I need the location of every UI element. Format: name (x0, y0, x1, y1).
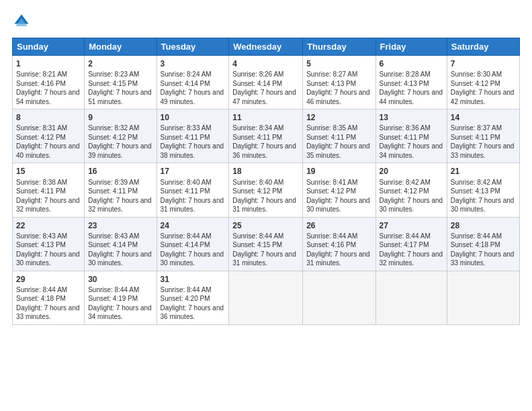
sunset-text: Sunset: 4:11 PM (451, 134, 500, 141)
calendar-day-header: Tuesday (157, 38, 229, 56)
calendar-week-row: 15Sunrise: 8:38 AMSunset: 4:11 PMDayligh… (13, 163, 520, 217)
sunset-text: Sunset: 4:11 PM (380, 134, 429, 141)
daylight-text: Daylight: 7 hours and 31 minutes. (232, 197, 296, 214)
sunrise-text: Sunrise: 8:36 AM (380, 124, 431, 132)
day-number: 28 (451, 220, 516, 231)
calendar-table: SundayMondayTuesdayWednesdayThursdayFrid… (12, 38, 520, 325)
sunrise-text: Sunrise: 8:42 AM (380, 179, 431, 186)
day-number: 5 (306, 58, 371, 69)
calendar-cell: 3Sunrise: 8:24 AMSunset: 4:14 PMDaylight… (157, 56, 229, 109)
sunset-text: Sunset: 4:18 PM (451, 241, 500, 248)
daylight-text: Daylight: 7 hours and 30 minutes. (161, 250, 224, 267)
calendar-cell: 18Sunrise: 8:40 AMSunset: 4:12 PMDayligh… (229, 163, 303, 217)
sunset-text: Sunset: 4:12 PM (16, 134, 66, 141)
sunset-text: Sunset: 4:13 PM (306, 80, 356, 87)
sunrise-text: Sunrise: 8:43 AM (88, 232, 139, 240)
sunrise-text: Sunrise: 8:44 AM (16, 286, 67, 293)
sunrise-text: Sunrise: 8:23 AM (88, 71, 139, 78)
daylight-text: Daylight: 7 hours and 49 minutes. (161, 89, 224, 105)
calendar-cell: 12Sunrise: 8:35 AMSunset: 4:11 PMDayligh… (303, 109, 375, 163)
sunrise-text: Sunrise: 8:43 AM (16, 232, 67, 240)
day-number: 23 (88, 220, 152, 231)
sunset-text: Sunset: 4:17 PM (380, 241, 429, 248)
sunrise-text: Sunrise: 8:35 AM (306, 124, 357, 132)
sunrise-text: Sunrise: 8:44 AM (451, 232, 502, 240)
day-number: 7 (451, 58, 516, 69)
daylight-text: Daylight: 7 hours and 32 minutes. (380, 250, 443, 267)
sunset-text: Sunset: 4:16 PM (306, 241, 356, 248)
calendar-cell: 2Sunrise: 8:23 AMSunset: 4:15 PMDaylight… (85, 56, 157, 109)
daylight-text: Daylight: 7 hours and 30 minutes. (306, 197, 370, 214)
page: SundayMondayTuesdayWednesdayThursdayFrid… (0, 0, 532, 411)
sunrise-text: Sunrise: 8:40 AM (161, 179, 212, 186)
sunrise-text: Sunrise: 8:21 AM (16, 71, 67, 78)
daylight-text: Daylight: 7 hours and 30 minutes. (88, 250, 152, 267)
calendar-cell: 28Sunrise: 8:44 AMSunset: 4:18 PMDayligh… (447, 217, 519, 271)
sunrise-text: Sunrise: 8:26 AM (232, 71, 283, 78)
sunset-text: Sunset: 4:12 PM (88, 134, 138, 141)
sunset-text: Sunset: 4:11 PM (16, 187, 66, 195)
sunrise-text: Sunrise: 8:37 AM (451, 124, 502, 132)
calendar-cell: 5Sunrise: 8:27 AMSunset: 4:13 PMDaylight… (303, 56, 375, 109)
daylight-text: Daylight: 7 hours and 33 minutes. (16, 304, 80, 321)
calendar-cell (303, 271, 375, 324)
day-number: 6 (380, 58, 443, 69)
daylight-text: Daylight: 7 hours and 38 minutes. (161, 142, 224, 159)
daylight-text: Daylight: 7 hours and 44 minutes. (380, 89, 443, 105)
daylight-text: Daylight: 7 hours and 32 minutes. (16, 197, 80, 214)
sunset-text: Sunset: 4:11 PM (88, 187, 138, 195)
day-number: 25 (232, 220, 299, 231)
day-number: 26 (306, 220, 371, 231)
calendar-week-row: 8Sunrise: 8:31 AMSunset: 4:12 PMDaylight… (13, 109, 520, 163)
day-number: 20 (380, 166, 443, 177)
sunset-text: Sunset: 4:14 PM (88, 241, 138, 248)
sunset-text: Sunset: 4:12 PM (380, 187, 429, 195)
daylight-text: Daylight: 7 hours and 35 minutes. (306, 142, 370, 159)
sunrise-text: Sunrise: 8:33 AM (161, 124, 212, 132)
day-number: 15 (16, 166, 81, 177)
sunset-text: Sunset: 4:11 PM (306, 134, 356, 141)
day-number: 31 (161, 274, 226, 285)
daylight-text: Daylight: 7 hours and 31 minutes. (161, 197, 224, 214)
sunset-text: Sunset: 4:15 PM (88, 80, 138, 87)
sunset-text: Sunset: 4:11 PM (161, 134, 210, 141)
calendar-cell: 1Sunrise: 8:21 AMSunset: 4:16 PMDaylight… (13, 56, 85, 109)
day-number: 22 (16, 220, 81, 231)
sunset-text: Sunset: 4:13 PM (380, 80, 429, 87)
daylight-text: Daylight: 7 hours and 33 minutes. (451, 250, 515, 267)
sunset-text: Sunset: 4:12 PM (306, 187, 356, 195)
calendar-cell: 11Sunrise: 8:34 AMSunset: 4:11 PMDayligh… (229, 109, 303, 163)
daylight-text: Daylight: 7 hours and 47 minutes. (232, 89, 296, 105)
day-number: 1 (16, 58, 81, 69)
calendar-day-header: Thursday (303, 38, 375, 56)
calendar-day-header: Saturday (447, 38, 519, 56)
daylight-text: Daylight: 7 hours and 54 minutes. (16, 89, 80, 105)
day-number: 2 (88, 58, 152, 69)
daylight-text: Daylight: 7 hours and 30 minutes. (451, 197, 515, 214)
calendar-cell (447, 271, 519, 324)
calendar-cell: 24Sunrise: 8:44 AMSunset: 4:14 PMDayligh… (157, 217, 229, 271)
calendar-cell: 25Sunrise: 8:44 AMSunset: 4:15 PMDayligh… (229, 217, 303, 271)
day-number: 8 (16, 112, 81, 123)
calendar-cell: 6Sunrise: 8:28 AMSunset: 4:13 PMDaylight… (375, 56, 447, 109)
calendar-cell (375, 271, 447, 324)
daylight-text: Daylight: 7 hours and 40 minutes. (16, 142, 80, 159)
calendar-day-header: Sunday (13, 38, 85, 56)
day-number: 29 (16, 274, 81, 285)
calendar-cell: 23Sunrise: 8:43 AMSunset: 4:14 PMDayligh… (85, 217, 157, 271)
header (12, 12, 520, 31)
day-number: 27 (380, 220, 443, 231)
calendar-week-row: 22Sunrise: 8:43 AMSunset: 4:13 PMDayligh… (13, 217, 520, 271)
sunset-text: Sunset: 4:15 PM (232, 241, 282, 248)
day-number: 9 (88, 112, 152, 123)
day-number: 24 (161, 220, 226, 231)
day-number: 4 (232, 58, 299, 69)
sunrise-text: Sunrise: 8:42 AM (451, 179, 502, 186)
sunset-text: Sunset: 4:14 PM (161, 80, 210, 87)
calendar-cell: 17Sunrise: 8:40 AMSunset: 4:11 PMDayligh… (157, 163, 229, 217)
daylight-text: Daylight: 7 hours and 42 minutes. (451, 89, 515, 105)
day-number: 19 (306, 166, 371, 177)
sunrise-text: Sunrise: 8:38 AM (16, 179, 67, 186)
sunrise-text: Sunrise: 8:34 AM (232, 124, 283, 132)
calendar-cell: 7Sunrise: 8:30 AMSunset: 4:12 PMDaylight… (447, 56, 519, 109)
